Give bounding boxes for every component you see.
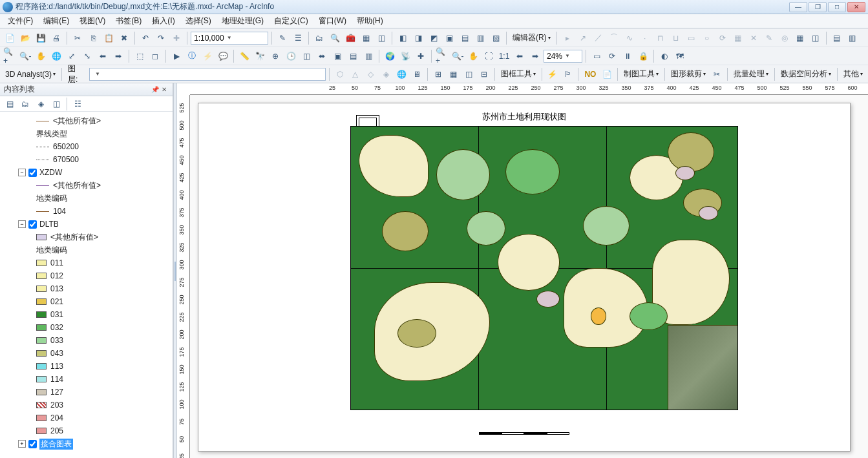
scale-combo[interactable]: 1:10,000▼ bbox=[191, 32, 268, 45]
toc-item-205[interactable]: 205 bbox=[0, 424, 173, 437]
delete-icon[interactable]: ✖ bbox=[117, 31, 131, 45]
new-doc-icon[interactable]: 📄 bbox=[3, 31, 17, 45]
restore-button[interactable]: ❐ bbox=[809, 2, 827, 12]
toc-item-114[interactable]: 114 bbox=[0, 373, 173, 386]
layout-zoom-in-icon[interactable]: 🔍+ bbox=[435, 49, 449, 63]
toc-item-012[interactable]: 012 bbox=[0, 269, 173, 282]
tool-b-icon[interactable]: ◨ bbox=[411, 31, 425, 45]
menu-select[interactable]: 选择(S) bbox=[180, 14, 217, 28]
frame-tool-menu[interactable]: 图框工具▾ bbox=[498, 68, 538, 79]
menu-bookmark[interactable]: 书签(B) bbox=[111, 14, 147, 28]
redo-icon[interactable]: ↷ bbox=[154, 31, 168, 45]
tool-e-icon[interactable]: ▤ bbox=[458, 31, 472, 45]
tool-c-icon[interactable]: ◩ bbox=[427, 31, 441, 45]
tool-x2-icon[interactable]: ▤ bbox=[346, 49, 360, 63]
toc-close-icon[interactable]: ✕ bbox=[160, 85, 169, 94]
toc-item-043[interactable]: 043 bbox=[0, 347, 173, 360]
cut-icon[interactable]: ✂ bbox=[70, 31, 85, 45]
menu-edit[interactable]: 编辑(E) bbox=[38, 14, 74, 28]
dltb-checkbox[interactable] bbox=[28, 220, 37, 229]
swipe-icon[interactable]: ⬌ bbox=[315, 49, 329, 63]
minimize-button[interactable]: — bbox=[789, 2, 807, 12]
refresh-icon[interactable]: ⟳ bbox=[605, 49, 619, 63]
gps-icon[interactable]: 📡 bbox=[398, 49, 412, 63]
layout-zoom-out-icon[interactable]: 🔍- bbox=[450, 49, 465, 63]
layer-combo[interactable]: ▼ bbox=[89, 68, 326, 81]
edit-table-icon[interactable]: ▦ bbox=[793, 31, 807, 45]
viewer-icon[interactable]: ◫ bbox=[299, 49, 313, 63]
grid1-icon[interactable]: ⊞ bbox=[431, 67, 445, 81]
toc-item-104[interactable]: 104 bbox=[0, 205, 173, 218]
tool-g-icon[interactable]: ▧ bbox=[489, 31, 503, 45]
python-icon[interactable]: ▦ bbox=[359, 31, 373, 45]
layout-next-icon[interactable]: ➡ bbox=[528, 49, 542, 63]
georef-icon[interactable]: 🌍 bbox=[383, 49, 397, 63]
pan-icon[interactable]: ✋ bbox=[34, 49, 48, 63]
open-icon[interactable]: 📂 bbox=[18, 31, 32, 45]
toc-tree[interactable]: <其他所有值> 界线类型 650200 670500 −XZDW <其他所有值>… bbox=[0, 112, 173, 458]
fixed-zoom-in-icon[interactable]: ⤢ bbox=[65, 49, 79, 63]
menu-window[interactable]: 窗口(W) bbox=[313, 14, 352, 28]
copy-icon[interactable]: ⎘ bbox=[86, 31, 100, 45]
page-area[interactable]: 苏州市土地利用现状图 bbox=[190, 95, 868, 458]
create-feature-icon[interactable]: ▥ bbox=[845, 31, 860, 45]
menu-geoproc[interactable]: 地理处理(G) bbox=[217, 14, 269, 28]
tool-f-icon[interactable]: ▥ bbox=[473, 31, 487, 45]
batch-menu[interactable]: 批量处理▾ bbox=[731, 68, 771, 79]
3d-analyst-menu[interactable]: 3D Analyst(3)▾ bbox=[3, 70, 58, 79]
toc-item-113[interactable]: 113 bbox=[0, 360, 173, 373]
add-data-icon[interactable]: ✚ bbox=[169, 31, 184, 45]
flash-icon[interactable]: ⚡ bbox=[545, 67, 560, 81]
paste-icon[interactable]: 📋 bbox=[101, 31, 116, 45]
pin-icon[interactable]: 📌 bbox=[151, 85, 160, 94]
zoom-combo[interactable]: 24%▼ bbox=[544, 50, 582, 63]
list-by-sel-icon[interactable]: ◫ bbox=[49, 97, 63, 111]
toc-item-127[interactable]: 127 bbox=[0, 386, 173, 399]
other-menu[interactable]: 其他▾ bbox=[841, 68, 865, 79]
data-frame-icon[interactable]: ▭ bbox=[589, 49, 604, 63]
lock-icon[interactable]: 🔒 bbox=[636, 49, 650, 63]
options-icon[interactable]: ☷ bbox=[70, 97, 85, 111]
3d-f-icon[interactable]: 🖥 bbox=[410, 67, 424, 81]
pointer-icon[interactable]: ▶ bbox=[169, 49, 184, 63]
expander-icon[interactable]: − bbox=[18, 220, 26, 228]
close-button[interactable]: ✕ bbox=[847, 2, 865, 12]
list-by-vis-icon[interactable]: ◈ bbox=[34, 97, 48, 111]
undo-icon[interactable]: ↶ bbox=[138, 31, 153, 45]
tool-x3-icon[interactable]: ▥ bbox=[361, 49, 376, 63]
toc-item-021[interactable]: 021 bbox=[0, 295, 173, 308]
toc-layer-joinchart[interactable]: +接合图表 bbox=[0, 437, 173, 450]
full-extent-icon[interactable]: 🌐 bbox=[49, 49, 63, 63]
tool-a-icon[interactable]: ◧ bbox=[396, 31, 410, 45]
search-icon[interactable]: 🔍 bbox=[328, 31, 342, 45]
toggle-icon[interactable]: ◐ bbox=[657, 49, 672, 63]
menu-custom[interactable]: 自定义(C) bbox=[269, 14, 313, 28]
data-view-icon[interactable]: 🗺 bbox=[673, 49, 687, 63]
editor-menu[interactable]: 编辑器(R)▾ bbox=[510, 32, 553, 43]
toc-layer-dltb[interactable]: −DLTB bbox=[0, 218, 173, 231]
toc-item-linetype[interactable]: 界线类型 bbox=[0, 127, 173, 140]
prev-extent-icon[interactable]: ⬅ bbox=[96, 49, 110, 63]
maximize-button[interactable]: □ bbox=[828, 2, 846, 12]
fixed-zoom-out-icon[interactable]: ⤡ bbox=[80, 49, 94, 63]
toc-item-other0[interactable]: <其他所有值> bbox=[0, 114, 173, 127]
zoom-in-icon[interactable]: 🔍+ bbox=[3, 49, 17, 63]
arctoolbox-icon[interactable]: 🧰 bbox=[343, 31, 357, 45]
xzdw-checkbox[interactable] bbox=[28, 169, 37, 177]
spatial-menu[interactable]: 数据空间分析▾ bbox=[778, 68, 834, 79]
3d-e-icon[interactable]: 🌐 bbox=[394, 67, 408, 81]
add-xy-icon[interactable]: ✚ bbox=[414, 49, 428, 63]
joinchart-checkbox[interactable] bbox=[28, 440, 37, 448]
tool-d-icon[interactable]: ▣ bbox=[442, 31, 456, 45]
layout-100-icon[interactable]: 1:1 bbox=[497, 49, 511, 63]
toc-item-code1[interactable]: 地类编码 bbox=[0, 192, 173, 205]
next-extent-icon[interactable]: ➡ bbox=[111, 49, 125, 63]
html-popup-icon[interactable]: 💬 bbox=[216, 49, 230, 63]
grid4-icon[interactable]: ⊟ bbox=[477, 67, 491, 81]
list-by-draw-icon[interactable]: ▤ bbox=[3, 97, 17, 111]
toc-item-011[interactable]: 011 bbox=[0, 256, 173, 269]
grid3-icon[interactable]: ◫ bbox=[461, 67, 476, 81]
clip-icon[interactable]: ✂ bbox=[710, 67, 724, 81]
print-icon[interactable]: 🖨 bbox=[49, 31, 63, 45]
list-by-source-icon[interactable]: 🗂 bbox=[18, 97, 32, 111]
